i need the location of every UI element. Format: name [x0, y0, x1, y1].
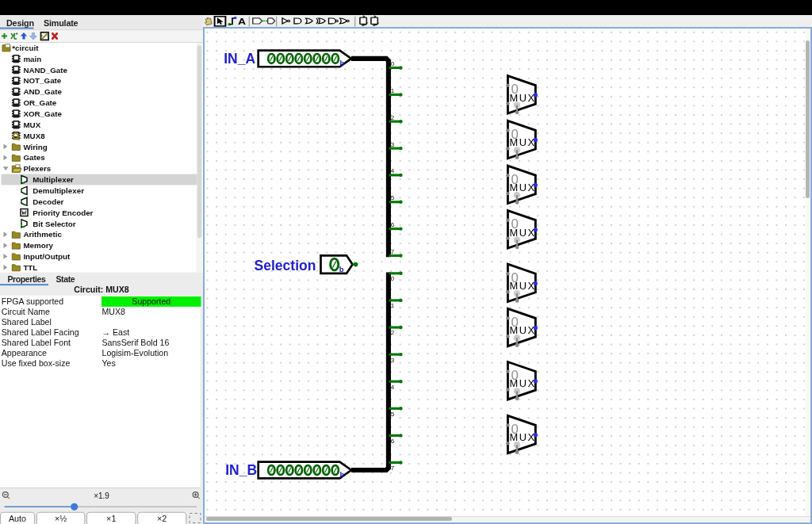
- svg-text:0: 0: [391, 275, 395, 282]
- svg-text:Selection: Selection: [255, 258, 316, 273]
- svg-text:×½: ×½: [55, 514, 67, 523]
- svg-text:Shared Label Font: Shared Label Font: [2, 338, 71, 347]
- svg-text:MUX8: MUX8: [23, 132, 45, 140]
- svg-text:3: 3: [391, 357, 395, 364]
- svg-text:Demultiplexer: Demultiplexer: [33, 186, 84, 195]
- svg-text:6: 6: [391, 438, 395, 445]
- svg-text:State: State: [56, 274, 75, 284]
- svg-text:FPGA supported: FPGA supported: [2, 296, 63, 306]
- svg-text:Input/Output: Input/Output: [23, 252, 70, 261]
- svg-text:XOR_Gate: XOR_Gate: [23, 109, 62, 118]
- svg-text:IN_B: IN_B: [225, 462, 257, 478]
- svg-text:Auto: Auto: [9, 514, 26, 523]
- svg-text:Logisim-Evolution: Logisim-Evolution: [102, 348, 169, 358]
- svg-text:main: main: [23, 55, 41, 63]
- svg-text:Plexers: Plexers: [23, 164, 51, 173]
- svg-text:Appearance: Appearance: [2, 348, 47, 358]
- svg-text:→ East: → East: [102, 327, 130, 337]
- svg-text:1: 1: [391, 302, 395, 309]
- svg-text:Circuit: MUX8: Circuit: MUX8: [74, 285, 129, 294]
- svg-text:4: 4: [391, 167, 395, 174]
- svg-text:5: 5: [391, 411, 395, 418]
- svg-text:2: 2: [391, 114, 395, 121]
- svg-text:MUX: MUX: [510, 377, 536, 389]
- svg-text:Priority Encoder: Priority Encoder: [33, 208, 93, 217]
- svg-text:AND_Gate: AND_Gate: [23, 87, 62, 96]
- svg-text:IN_A: IN_A: [224, 51, 255, 67]
- svg-text:Wiring: Wiring: [23, 143, 47, 151]
- svg-text:MUX: MUX: [510, 92, 536, 104]
- svg-text:Simulate: Simulate: [44, 18, 79, 28]
- svg-text:5: 5: [391, 194, 395, 201]
- svg-text:4: 4: [391, 384, 395, 391]
- svg-text:1: 1: [391, 87, 395, 94]
- svg-text:Yes: Yes: [102, 358, 116, 368]
- svg-text:MUX: MUX: [23, 120, 40, 129]
- svg-text:Design: Design: [6, 18, 34, 28]
- svg-text:b: b: [340, 470, 345, 479]
- svg-text:b: b: [339, 265, 344, 273]
- svg-text:7: 7: [391, 465, 395, 472]
- svg-text:Use fixed box-size: Use fixed box-size: [2, 358, 71, 368]
- svg-text:TTL: TTL: [23, 263, 37, 272]
- svg-text:Circuit Name: Circuit Name: [2, 307, 50, 316]
- svg-text:MUX8: MUX8: [102, 307, 126, 316]
- svg-text:SansSerif Bold 16: SansSerif Bold 16: [102, 338, 170, 347]
- svg-text:2: 2: [391, 329, 395, 336]
- svg-text:A: A: [238, 17, 246, 26]
- svg-text:7: 7: [391, 248, 395, 255]
- svg-text:Arithmetic: Arithmetic: [23, 230, 62, 239]
- svg-text:NOT_Gate: NOT_Gate: [23, 76, 61, 85]
- svg-text:MUX: MUX: [510, 324, 536, 336]
- svg-text:Shared Label: Shared Label: [2, 317, 52, 327]
- svg-text:MUX: MUX: [510, 431, 536, 443]
- svg-text:Supported: Supported: [132, 296, 170, 306]
- svg-text:Memory: Memory: [23, 241, 53, 250]
- svg-text:×1: ×1: [106, 514, 116, 523]
- svg-text:0: 0: [391, 60, 395, 67]
- svg-text:b: b: [340, 59, 345, 67]
- svg-text:×2: ×2: [157, 514, 167, 523]
- svg-text:Decoder: Decoder: [33, 197, 63, 206]
- svg-text:3: 3: [391, 141, 395, 148]
- svg-text:MUX: MUX: [510, 182, 536, 193]
- svg-text:MUX: MUX: [510, 227, 536, 239]
- svg-text:*circuit: *circuit: [12, 44, 39, 52]
- svg-text:Multiplexer: Multiplexer: [33, 175, 74, 184]
- svg-text:Bit Selector: Bit Selector: [33, 220, 76, 228]
- svg-text:6: 6: [391, 221, 395, 228]
- svg-text:NAND_Gate: NAND_Gate: [23, 66, 67, 75]
- svg-text:Properties: Properties: [8, 274, 46, 284]
- svg-text:MUX: MUX: [510, 280, 536, 292]
- svg-text:Shared Label Facing: Shared Label Facing: [2, 327, 79, 337]
- svg-text:Gates: Gates: [23, 153, 45, 162]
- svg-text:MUX: MUX: [510, 136, 536, 148]
- svg-text:OR_Gate: OR_Gate: [23, 98, 56, 107]
- svg-text:×1.9: ×1.9: [94, 491, 109, 500]
